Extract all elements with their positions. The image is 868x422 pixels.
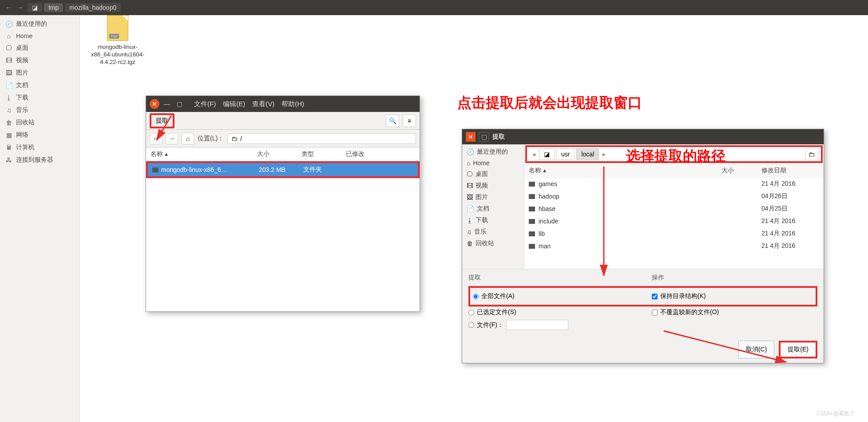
extract-button[interactable]: 提取 xyxy=(150,113,174,128)
folder-date: 21 4月 2016 xyxy=(761,180,819,188)
menu-icon[interactable]: ≡ xyxy=(403,115,416,127)
path-root-icon[interactable]: ◪ xyxy=(539,148,555,160)
col-name[interactable]: 名称 ▴ xyxy=(529,167,721,175)
radio-all-input[interactable] xyxy=(473,294,479,299)
nav-forward-button[interactable]: → xyxy=(14,2,26,13)
sidebar-item[interactable]: 🕘最近使用的 xyxy=(0,18,79,30)
path-local[interactable]: local xyxy=(576,148,599,160)
check-no-overwrite[interactable]: 不覆盖较新的文件(O) xyxy=(652,307,817,318)
sidebar-item[interactable]: 🕘最近使用的 xyxy=(462,146,524,158)
search-icon[interactable]: 🔍 xyxy=(386,115,399,127)
archive-file-row[interactable]: mongodb-linux-x86_6… 203.2 MB 文件夹 xyxy=(146,161,420,178)
radio-selected-files[interactable]: 已选定文件(S) xyxy=(468,307,634,318)
sidebar-label: 桌面 xyxy=(16,44,28,52)
sidebar-item[interactable]: 🖩计算机 xyxy=(0,141,79,154)
loc-forward-button[interactable]: → xyxy=(166,133,178,144)
list-item[interactable]: lib21 4月 2016 xyxy=(524,227,824,240)
list-item[interactable]: hbase04月25日 xyxy=(524,203,824,215)
maximize-icon[interactable]: ▢ xyxy=(174,99,184,109)
radio-selected-input[interactable] xyxy=(468,310,474,315)
sidebar-item[interactable]: 🖵桌面 xyxy=(462,168,524,180)
header-modified[interactable]: 已修改 xyxy=(346,150,415,158)
sidebar-item[interactable]: 🖧连接到服务器 xyxy=(0,154,79,166)
sidebar-item[interactable]: ⭳下载 xyxy=(462,215,524,226)
filemanager-sidebar: 🕘最近使用的⌂Home🖵桌面🎞视频🖼图片📄文档⭳下载♫音乐🗑回收站▦网络🖩计算机… xyxy=(0,15,80,422)
sidebar-icon: 🗑 xyxy=(467,240,473,247)
col-size[interactable]: 大小 xyxy=(721,167,761,175)
sidebar-icon: ▦ xyxy=(5,131,12,139)
file-name: mongodb-linux-x86_64-ubuntu1604-4.4.22-r… xyxy=(91,44,144,66)
close-icon[interactable]: ✕ xyxy=(466,132,476,142)
sidebar-item[interactable]: 📄文档 xyxy=(462,203,524,215)
path-icon[interactable]: ◪ xyxy=(28,3,42,12)
sidebar-item[interactable]: 🖼图片 xyxy=(462,191,524,203)
loc-home-button[interactable]: ⌂ xyxy=(182,133,194,144)
sidebar-item[interactable]: 🎞视频 xyxy=(0,54,79,67)
header-name[interactable]: 名称 ▴ xyxy=(151,150,257,158)
radio-all-files[interactable]: 全部文件(A) xyxy=(473,291,634,302)
maximize-icon[interactable]: ▢ xyxy=(479,132,489,142)
path-seg-tmp[interactable]: tmp xyxy=(44,3,63,12)
check-noover-input[interactable] xyxy=(652,310,658,315)
check-keep-input[interactable] xyxy=(652,294,658,299)
path-fwd-icon[interactable]: ▸ xyxy=(601,151,607,158)
path-usr[interactable]: usr xyxy=(556,148,575,160)
sidebar-item[interactable]: ⌂Home xyxy=(462,158,524,168)
sidebar-icon: 🖧 xyxy=(5,156,12,163)
minimize-icon[interactable]: — xyxy=(162,99,172,109)
menu-view[interactable]: 查看(V) xyxy=(250,98,277,110)
path-back-icon[interactable]: ◂ xyxy=(531,151,537,158)
loc-back-button[interactable]: ← xyxy=(150,133,162,144)
radio-file-pattern[interactable]: 文件(F)： xyxy=(468,318,817,332)
folder-date: 21 4月 2016 xyxy=(761,242,819,250)
sidebar-item[interactable]: 🖵桌面 xyxy=(0,42,79,54)
annotation-1: 点击提取后就会出现提取窗口 xyxy=(457,93,642,113)
sidebar-icon: ⭳ xyxy=(467,217,473,224)
sidebar-item[interactable]: 🖼图片 xyxy=(0,67,79,79)
sidebar-item[interactable]: 🗑回收站 xyxy=(462,238,524,249)
extract-titlebar[interactable]: ✕ ▢ 提取 xyxy=(462,129,824,144)
list-item[interactable]: man21 4月 2016 xyxy=(524,240,824,252)
sidebar-item[interactable]: 📄文档 xyxy=(0,79,79,92)
check-keep-structure[interactable]: 保持目录结构(K) xyxy=(652,291,813,302)
sidebar-label: 视频 xyxy=(476,182,488,190)
new-folder-button[interactable]: 🗀 xyxy=(805,148,818,160)
cancel-button[interactable]: 取消(C) xyxy=(738,341,774,358)
folder-icon: 🗀 xyxy=(231,135,238,142)
sidebar-item[interactable]: ⭳下载 xyxy=(0,92,79,104)
sidebar-item[interactable]: 🎞视频 xyxy=(462,180,524,191)
sidebar-icon: 🖵 xyxy=(5,44,12,52)
header-size[interactable]: 大小 xyxy=(257,150,301,158)
file-item[interactable]: mongodb-linux-x86_64-ubuntu1604-4.4.22-r… xyxy=(91,15,144,66)
menu-edit[interactable]: 编辑(E) xyxy=(220,98,248,110)
sidebar-item[interactable]: ⌂Home xyxy=(0,30,79,42)
archive-location-bar: ← → ⌂ 位置(L)： 🗀 / xyxy=(146,130,420,147)
path-seg-mozilla[interactable]: mozilla_hadoop0 xyxy=(65,3,121,12)
file-pattern-input[interactable] xyxy=(506,320,568,330)
sidebar-item[interactable]: ▦网络 xyxy=(0,129,79,141)
opt-head-extract: 提取 xyxy=(468,274,634,282)
close-icon[interactable]: ✕ xyxy=(150,99,159,109)
sidebar-label: 最近使用的 xyxy=(477,148,508,156)
sidebar-item[interactable]: 🗑回收站 xyxy=(0,116,79,129)
header-type[interactable]: 类型 xyxy=(301,150,346,158)
folder-date: 21 4月 2016 xyxy=(761,217,819,225)
confirm-extract-button[interactable]: 提取(E) xyxy=(779,341,817,358)
radio-file-input[interactable] xyxy=(468,322,474,328)
sidebar-icon: 🖼 xyxy=(5,69,12,76)
sidebar-icon: 🖵 xyxy=(467,171,473,178)
extract-options: 提取 操作 全部文件(A) 保持目录结构(K) 已选定文件(S) 不覆盖较新的文… xyxy=(462,269,824,336)
archive-titlebar[interactable]: ✕ — ▢ 文件(F) 编辑(E) 查看(V) 帮助(H) xyxy=(146,96,420,112)
sidebar-item[interactable]: ♫音乐 xyxy=(0,104,79,116)
list-item[interactable]: hadoop04月26日 xyxy=(524,190,824,203)
col-date[interactable]: 修改日期 xyxy=(761,167,819,175)
sidebar-icon: ♫ xyxy=(5,107,12,114)
sidebar-item[interactable]: ♫音乐 xyxy=(462,226,524,238)
list-item[interactable]: include21 4月 2016 xyxy=(524,215,824,227)
location-input[interactable]: 🗀 / xyxy=(227,133,416,144)
sidebar-label: 最近使用的 xyxy=(16,20,47,28)
menu-help[interactable]: 帮助(H) xyxy=(279,98,307,110)
nav-back-button[interactable]: ← xyxy=(3,2,14,13)
list-item[interactable]: games21 4月 2016 xyxy=(524,178,824,190)
menu-file[interactable]: 文件(F) xyxy=(191,98,218,110)
